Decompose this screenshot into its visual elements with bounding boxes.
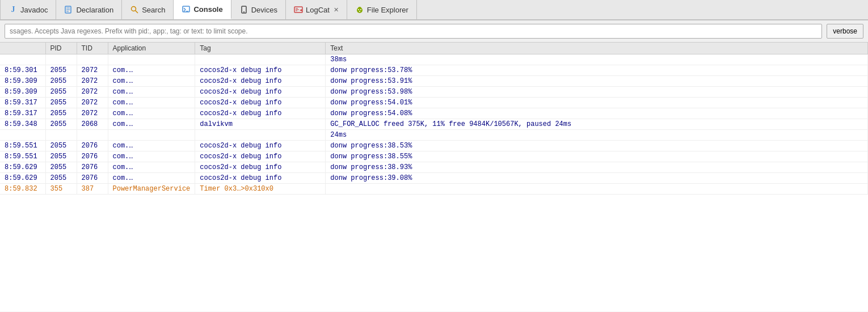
svg-point-11	[243, 11, 245, 12]
svg-marker-16	[300, 9, 302, 11]
cell-pid	[45, 130, 77, 141]
cell-app: com.…	[108, 87, 195, 98]
table-row[interactable]: 8:59.832355387PowerManagerServiceTimer 0…	[0, 184, 868, 195]
console-icon	[182, 5, 191, 14]
table-row[interactable]: 8:59.55120552076com.…cocos2d-x debug inf…	[0, 151, 868, 162]
filter-input[interactable]	[5, 24, 822, 39]
verbose-button[interactable]: verbose	[827, 24, 863, 39]
tab-bar: J Javadoc Declaration Search Console Dev…	[0, 0, 868, 20]
cell-time: 8:59.629	[0, 173, 45, 184]
cell-pid: 2055	[45, 98, 77, 108]
header-pid: PID	[45, 43, 77, 54]
cell-tid: 2072	[77, 108, 108, 119]
cell-time: 8:59.317	[0, 108, 45, 119]
devices-icon	[239, 5, 248, 14]
cell-app: com.…	[108, 151, 195, 162]
cell-tag	[195, 54, 326, 65]
header-time	[0, 43, 45, 54]
cell-tag: cocos2d-x debug info	[195, 108, 326, 119]
table-row[interactable]: 8:59.62920552076com.…cocos2d-x debug inf…	[0, 162, 868, 173]
cell-app: com.…	[108, 141, 195, 151]
tab-file-explorer[interactable]: File Explorer	[347, 0, 417, 19]
cell-tag: cocos2d-x debug info	[195, 76, 326, 87]
cell-time	[0, 130, 45, 141]
cell-time: 8:59.309	[0, 87, 45, 98]
cell-app: com.…	[108, 108, 195, 119]
cell-pid: 2055	[45, 76, 77, 87]
tab-console[interactable]: Console	[174, 0, 231, 19]
cell-app: PowerManagerService	[108, 184, 195, 195]
cell-text: donw progress:53.78%	[326, 65, 868, 76]
header-text: Text	[326, 43, 868, 54]
cell-tid: 387	[77, 184, 108, 195]
cell-text: donw progress:38.55%	[326, 151, 868, 162]
cell-text: donw progress:53.91%	[326, 76, 868, 87]
cell-app: com.…	[108, 162, 195, 173]
log-table: PID TID Application Tag Text 38ms8:59.30…	[0, 43, 868, 195]
svg-line-5	[136, 11, 138, 14]
file-explorer-icon	[355, 5, 364, 14]
cell-tid: 2072	[77, 65, 108, 76]
cell-pid: 2055	[45, 141, 77, 151]
cell-time: 8:59.309	[0, 76, 45, 87]
tab-javadoc[interactable]: J Javadoc	[0, 0, 56, 19]
cell-text: 38ms	[326, 54, 868, 65]
tab-declaration[interactable]: Declaration	[56, 0, 122, 19]
tab-logcat-label: LogCat	[306, 6, 330, 14]
svg-line-8	[184, 10, 186, 11]
cell-tid: 2076	[77, 151, 108, 162]
cell-tid: 2072	[77, 98, 108, 108]
cell-time: 8:59.629	[0, 162, 45, 173]
cell-tid: 2076	[77, 141, 108, 151]
table-row[interactable]: 24ms	[0, 130, 868, 141]
tab-search[interactable]: Search	[122, 0, 174, 19]
cell-app: com.…	[108, 65, 195, 76]
cell-text	[326, 184, 868, 195]
tab-search-label: Search	[142, 6, 165, 14]
table-row[interactable]: 8:59.30920552072com.…cocos2d-x debug inf…	[0, 76, 868, 87]
cell-tag: cocos2d-x debug info	[195, 141, 326, 151]
table-row[interactable]: 8:59.34820552068com.…dalvikvmGC_FOR_ALLO…	[0, 119, 868, 130]
table-row[interactable]: 8:59.31720552072com.…cocos2d-x debug inf…	[0, 108, 868, 119]
table-row[interactable]: 8:59.62920552076com.…cocos2d-x debug inf…	[0, 173, 868, 184]
cell-tag: cocos2d-x debug info	[195, 65, 326, 76]
cell-tag: Timer 0x3…>0x310x0	[195, 184, 326, 195]
svg-point-4	[132, 7, 136, 11]
cell-time: 8:59.317	[0, 98, 45, 108]
tab-declaration-label: Declaration	[76, 6, 113, 14]
cell-pid	[45, 54, 77, 65]
cell-text: donw progress:54.08%	[326, 108, 868, 119]
table-row[interactable]: 8:59.31720552072com.…cocos2d-x debug inf…	[0, 98, 868, 108]
table-row[interactable]: 8:59.30120552072com.…cocos2d-x debug inf…	[0, 65, 868, 76]
header-app: Application	[108, 43, 195, 54]
cell-app: com.…	[108, 119, 195, 130]
cell-time: 8:59.832	[0, 184, 45, 195]
cell-pid: 2055	[45, 119, 77, 130]
tab-file-explorer-label: File Explorer	[367, 6, 408, 14]
cell-text: donw progress:53.98%	[326, 87, 868, 98]
tab-devices[interactable]: Devices	[231, 0, 286, 19]
tab-devices-label: Devices	[251, 6, 277, 14]
table-row[interactable]: 8:59.55120552076com.…cocos2d-x debug inf…	[0, 141, 868, 151]
tab-logcat[interactable]: LogCat ✕	[286, 0, 347, 19]
cell-tid: 2076	[77, 162, 108, 173]
javadoc-icon: J	[9, 5, 18, 14]
cell-app: com.…	[108, 76, 195, 87]
declaration-icon	[64, 5, 73, 14]
svg-point-19	[358, 9, 359, 10]
cell-pid: 2055	[45, 173, 77, 184]
svg-rect-21	[359, 11, 360, 12]
log-body: 38ms8:59.30120552072com.…cocos2d-x debug…	[0, 54, 868, 195]
cell-tag: cocos2d-x debug info	[195, 87, 326, 98]
table-row[interactable]: 38ms	[0, 54, 868, 65]
cell-app: com.…	[108, 173, 195, 184]
cell-text: donw progress:38.93%	[326, 162, 868, 173]
logcat-close-icon[interactable]: ✕	[334, 6, 339, 14]
cell-tag	[195, 130, 326, 141]
svg-point-20	[360, 9, 361, 10]
cell-time	[0, 54, 45, 65]
cell-tid	[77, 54, 108, 65]
cell-app	[108, 130, 195, 141]
table-row[interactable]: 8:59.30920552072com.…cocos2d-x debug inf…	[0, 87, 868, 98]
cell-text: donw progress:39.08%	[326, 173, 868, 184]
